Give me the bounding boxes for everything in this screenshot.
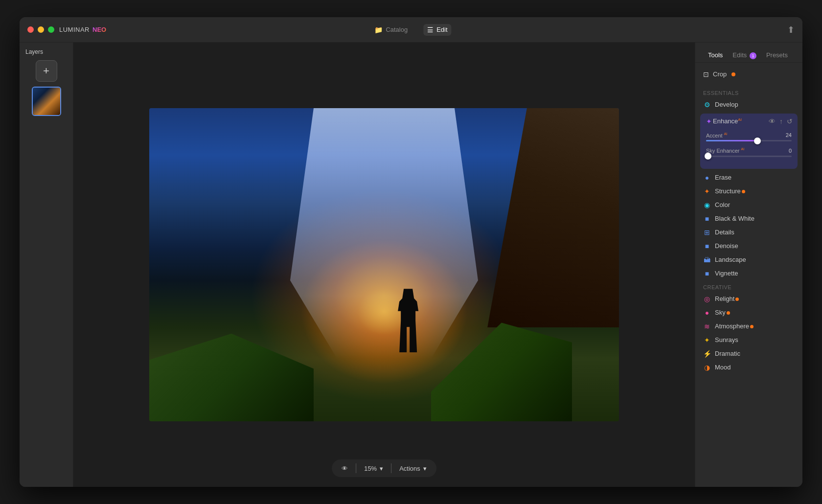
black-white-icon: ■ <box>703 215 711 223</box>
catalog-nav-item[interactable]: 📁 Catalog <box>370 24 411 36</box>
panel-tabs: Tools Edits 1 Presets <box>695 43 802 63</box>
denoise-tool[interactable]: ■ Denoise <box>695 239 802 253</box>
sky-icon: ● <box>703 309 711 317</box>
zoom-chevron-icon: ▾ <box>380 465 383 472</box>
accent-slider-thumb[interactable] <box>754 137 761 144</box>
erase-icon: ● <box>703 174 711 182</box>
color-label: Color <box>715 201 730 208</box>
close-button[interactable] <box>27 26 34 33</box>
hill-right <box>431 322 572 421</box>
details-icon: ⊞ <box>703 229 711 236</box>
vignette-tool[interactable]: ■ Vignette <box>695 267 802 280</box>
title-bar: LUMINAR NEO 📁 Catalog ☰ Edit ⬆ <box>20 17 802 43</box>
black-white-label: Black & White <box>715 215 754 222</box>
dramatic-icon: ⚡ <box>703 350 711 358</box>
develop-tool[interactable]: ⚙ Develop <box>695 98 802 112</box>
color-tool[interactable]: ◉ Color <box>695 198 802 212</box>
zoom-control[interactable]: 15% ▾ <box>364 465 383 472</box>
develop-label: Develop <box>715 101 738 108</box>
person-body <box>393 289 423 352</box>
app-logo: LUMINAR NEO <box>59 26 106 33</box>
minimize-button[interactable] <box>38 26 44 33</box>
accent-label-row: Accent AI 24 <box>706 132 792 138</box>
sky-tool[interactable]: ● Sky <box>695 306 802 320</box>
tab-edits[interactable]: Edits 1 <box>728 48 761 62</box>
landscape-label: Landscape <box>715 256 746 263</box>
crop-tool[interactable]: ⊡ Crop <box>703 68 795 81</box>
main-content: Layers + <box>20 43 802 487</box>
crop-section: ⊡ Crop <box>695 63 802 86</box>
accent-value: 24 <box>786 132 792 138</box>
mood-tool[interactable]: ◑ Mood <box>695 361 802 374</box>
photo-background <box>149 108 619 421</box>
canvas-toolbar: 👁 15% ▾ Actions ▾ <box>332 459 436 477</box>
actions-label: Actions <box>399 465 420 472</box>
sunrays-tool[interactable]: ✦ Sunrays <box>695 333 802 347</box>
sunrays-icon: ✦ <box>703 336 711 344</box>
sky-enhancer-slider-thumb[interactable] <box>705 153 711 160</box>
cave-rock-right <box>487 108 619 327</box>
hills-area <box>149 312 619 421</box>
layer-thumb-image <box>33 88 60 115</box>
atmosphere-ai-dot <box>750 325 754 328</box>
atmosphere-tool[interactable]: ≋ Atmosphere <box>695 320 802 333</box>
black-white-tool[interactable]: ■ Black & White <box>695 212 802 226</box>
enhance-reset-button[interactable]: ↑ <box>779 117 783 125</box>
enhance-visibility-button[interactable]: 👁 <box>769 117 776 125</box>
add-layer-button[interactable]: + <box>36 60 57 82</box>
accent-slider-row: Accent AI 24 <box>706 132 792 142</box>
structure-ai-dot <box>742 190 745 193</box>
relight-ai-dot <box>735 298 739 301</box>
edit-icon: ☰ <box>427 26 434 34</box>
tab-presets-label: Presets <box>766 51 788 59</box>
share-button[interactable]: ⬆ <box>787 24 795 35</box>
denoise-icon: ■ <box>703 242 711 250</box>
landscape-icon: 🏔 <box>703 256 711 264</box>
enhance-actions: 👁 ↑ ↺ <box>769 117 793 125</box>
mood-icon: ◑ <box>703 364 711 371</box>
edit-nav-item[interactable]: ☰ Edit <box>423 24 451 36</box>
relight-tool[interactable]: ◎ Relight <box>695 292 802 306</box>
eye-toggle[interactable]: 👁 <box>342 465 348 472</box>
toolbar-divider-2 <box>391 463 391 473</box>
sky-enhancer-label: Sky Enhancer AI <box>706 147 744 154</box>
crop-ai-indicator <box>731 72 735 76</box>
essentials-label: Essentials <box>695 86 802 98</box>
title-navigation: 📁 Catalog ☰ Edit <box>370 24 451 36</box>
person-silhouette <box>393 289 423 352</box>
tab-tools[interactable]: Tools <box>703 48 728 62</box>
canvas-area: 👁 15% ▾ Actions ▾ <box>73 43 695 487</box>
erase-tool[interactable]: ● Erase <box>695 171 802 184</box>
accent-label: Accent AI <box>706 132 727 138</box>
fullscreen-button[interactable] <box>48 26 54 33</box>
layer-thumbnail[interactable] <box>32 87 61 116</box>
logo-luminar-text: LUMINAR <box>59 26 90 33</box>
sky-label: Sky <box>715 309 730 316</box>
sunrays-label: Sunrays <box>715 336 738 344</box>
tab-tools-label: Tools <box>708 51 723 59</box>
denoise-label: Denoise <box>715 242 738 250</box>
details-label: Details <box>715 229 734 236</box>
vignette-icon: ■ <box>703 270 711 277</box>
edits-badge: 1 <box>750 52 756 59</box>
structure-tool[interactable]: ✦ Structure <box>695 184 802 198</box>
tab-presets[interactable]: Presets <box>761 48 793 62</box>
enhance-undo-button[interactable]: ↺ <box>787 117 793 125</box>
mood-label: Mood <box>715 364 731 371</box>
enhance-body: Accent AI 24 Sky Enhancer AI 0 <box>700 129 798 169</box>
accent-slider-track[interactable] <box>706 140 792 141</box>
layers-title: Layers <box>23 48 43 55</box>
dramatic-tool[interactable]: ⚡ Dramatic <box>695 347 802 361</box>
enhance-header[interactable]: ✦ EnhanceAI 👁 ↑ ↺ <box>700 114 798 129</box>
sky-enhancer-slider-row: Sky Enhancer AI 0 <box>706 147 792 157</box>
details-tool[interactable]: ⊞ Details <box>695 226 802 239</box>
landscape-tool[interactable]: 🏔 Landscape <box>695 253 802 267</box>
app-window: LUMINAR NEO 📁 Catalog ☰ Edit ⬆ Layers + <box>20 17 802 487</box>
erase-label: Erase <box>715 174 731 181</box>
actions-menu[interactable]: Actions ▾ <box>399 465 427 472</box>
zoom-value: 15% <box>364 465 377 472</box>
photo-canvas <box>149 108 619 421</box>
edit-label: Edit <box>436 26 447 33</box>
sky-enhancer-slider-track[interactable] <box>706 156 792 157</box>
vignette-label: Vignette <box>715 270 738 277</box>
